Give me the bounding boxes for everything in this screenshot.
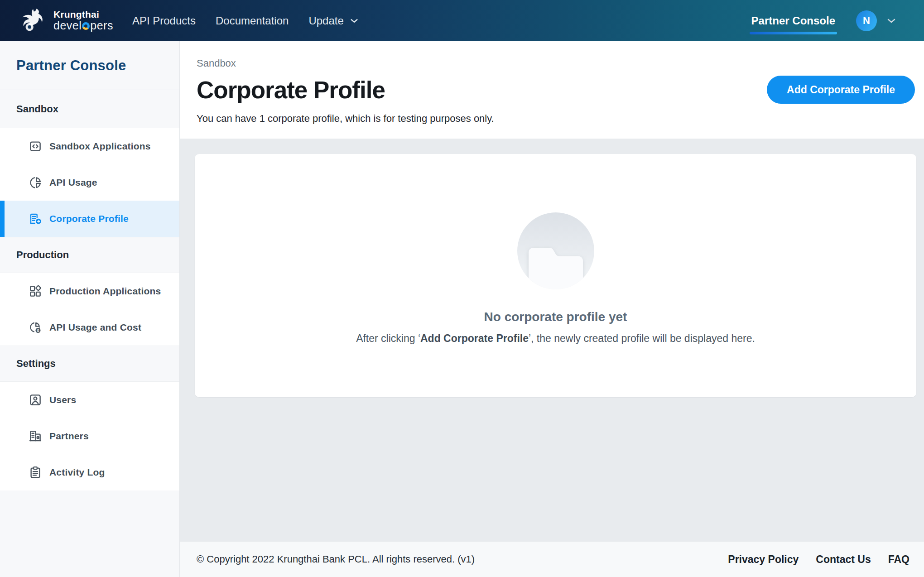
sidebar-item-api-usage-and-cost[interactable]: $ API Usage and Cost [0, 309, 179, 346]
sidebar-section-settings: Settings [0, 346, 179, 382]
add-corporate-profile-button[interactable]: Add Corporate Profile [767, 76, 915, 104]
sidebar-item-activity-log[interactable]: Activity Log [0, 454, 179, 490]
sidebar-filler [0, 490, 179, 577]
brand-o-mark-icon [82, 22, 90, 30]
empty-state-illustration [517, 212, 594, 289]
top-navbar: Krungthai develpers API Products Documen… [0, 0, 924, 41]
sidebar-title: Partner Console [16, 58, 126, 74]
brand-line1: Krungthai [53, 10, 113, 19]
nav-link-update[interactable]: Update [308, 14, 359, 27]
content-area: No corporate profile yet After clicking … [180, 139, 924, 542]
office-building-icon [29, 429, 42, 443]
sidebar-item-label: Corporate Profile [49, 213, 129, 224]
footer-link-faq[interactable]: FAQ [888, 553, 910, 566]
empty-body-suffix: ’, the newly created profile will be dis… [529, 332, 755, 344]
sidebar-item-label: Sandbox Applications [49, 141, 151, 152]
brand-logo[interactable]: Krungthai develpers [18, 7, 113, 35]
chevron-down-icon [349, 16, 359, 26]
krungthai-bird-icon [18, 7, 46, 35]
active-link-underline [750, 32, 837, 34]
sidebar-item-label: Partners [49, 431, 89, 442]
page-subtitle: You can have 1 corporate profile, which … [197, 113, 915, 125]
grid-shapes-icon [29, 284, 42, 298]
clipboard-icon [29, 466, 42, 479]
partner-console-app: Krungthai develpers API Products Documen… [0, 0, 924, 577]
sidebar-item-label: Activity Log [49, 467, 105, 478]
nav-link-label: Partner Console [751, 14, 835, 27]
main-area: Sandbox Corporate Profile Add Corporate … [180, 41, 924, 577]
pie-chart-icon [29, 176, 42, 189]
sidebar-item-sandbox-applications[interactable]: Sandbox Applications [0, 128, 179, 164]
nav-link-documentation[interactable]: Documentation [216, 14, 289, 27]
sidebar-item-api-usage[interactable]: API Usage [0, 164, 179, 201]
empty-body-prefix: After clicking ‘ [356, 332, 420, 344]
user-avatar[interactable]: N [856, 10, 877, 31]
svg-text:$: $ [37, 329, 39, 333]
footer-links: Privacy Policy Contact Us FAQ [728, 553, 910, 566]
user-badge-icon [29, 393, 42, 407]
sidebar-item-label: API Usage and Cost [49, 322, 141, 333]
footer: © Copyright 2022 Krungthai Bank PCL. All… [180, 542, 924, 577]
folder-icon [522, 241, 590, 289]
nav-link-label: Documentation [216, 14, 289, 27]
sidebar-item-users[interactable]: Users [0, 382, 179, 418]
brand-text: Krungthai develpers [53, 10, 113, 31]
building-sync-icon [29, 212, 42, 226]
code-icon [29, 139, 42, 153]
footer-link-privacy-policy[interactable]: Privacy Policy [728, 553, 799, 566]
sidebar-items-sandbox: Sandbox Applications API Usage [0, 128, 179, 237]
brand-line2-post: pers [90, 19, 113, 31]
sidebar: Partner Console Sandbox Sandbox Applicat… [0, 41, 180, 577]
nav-link-label: Update [308, 14, 343, 27]
footer-link-contact-us[interactable]: Contact Us [816, 553, 871, 566]
chevron-down-icon [886, 15, 897, 26]
page-header: Sandbox Corporate Profile Add Corporate … [180, 41, 924, 139]
sidebar-section-production: Production [0, 237, 179, 273]
copyright-text: © Copyright 2022 Krungthai Bank PCL. All… [197, 553, 475, 565]
sidebar-item-production-applications[interactable]: Production Applications [0, 273, 179, 309]
sidebar-item-label: Production Applications [49, 286, 161, 297]
nav-link-partner-console[interactable]: Partner Console [751, 14, 835, 27]
nav-link-api-products[interactable]: API Products [132, 14, 196, 27]
sidebar-item-label: API Usage [49, 177, 97, 188]
breadcrumb: Sandbox [197, 58, 915, 69]
nav-right: Partner Console N [751, 10, 897, 31]
brand-line2-pre: devel [53, 19, 82, 31]
sidebar-item-label: Users [49, 394, 76, 405]
account-menu-chevron[interactable] [886, 15, 897, 26]
pie-dollar-icon: $ [29, 321, 42, 334]
corporate-profile-card: No corporate profile yet After clicking … [195, 154, 916, 397]
empty-state-title: No corporate profile yet [484, 310, 627, 324]
sidebar-title-block: Partner Console [0, 41, 179, 90]
nav-menu: API Products Documentation Update [132, 14, 359, 27]
sidebar-item-corporate-profile[interactable]: Corporate Profile [0, 201, 179, 237]
empty-body-bold: Add Corporate Profile [420, 332, 529, 344]
page-title: Corporate Profile [197, 76, 385, 104]
sidebar-item-partners[interactable]: Partners [0, 418, 179, 454]
brand-line2: develpers [53, 19, 113, 31]
nav-link-label: API Products [132, 14, 196, 27]
sidebar-section-sandbox: Sandbox [0, 90, 179, 128]
avatar-letter: N [863, 15, 870, 27]
sidebar-items-settings: Users Partners Activity Log [0, 382, 179, 490]
sidebar-items-production: Production Applications $ API Usage and … [0, 273, 179, 346]
empty-state-description: After clicking ‘Add Corporate Profile’, … [356, 332, 755, 345]
